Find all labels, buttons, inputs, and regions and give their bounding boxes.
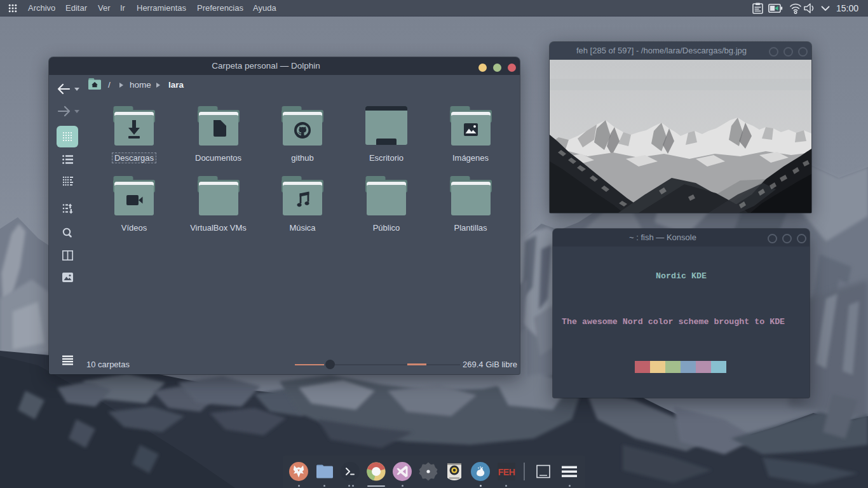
svg-text:FEH: FEH [498,467,515,477]
